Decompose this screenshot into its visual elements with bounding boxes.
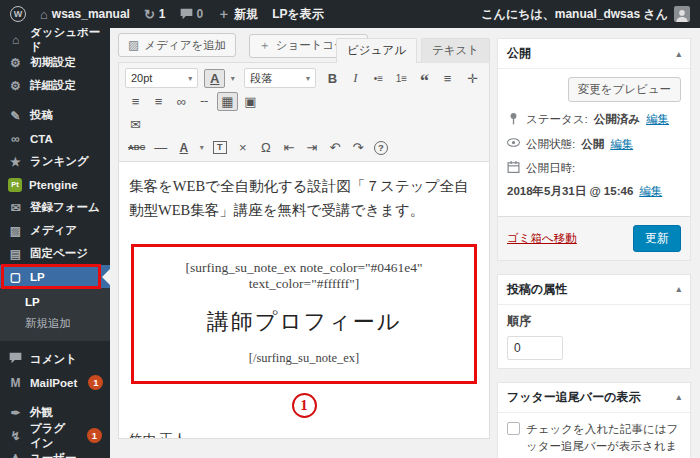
numbered-list-button[interactable]: 1≡ [391, 69, 412, 88]
attributes-panel-title: 投稿の属性 [507, 281, 567, 298]
collapse-toggle-icon[interactable]: ▴ [676, 392, 681, 402]
dashboard-icon: ⌂ [8, 33, 23, 47]
fullscreen-button[interactable]: ✛ [462, 69, 483, 88]
sidebar-item-users[interactable]: ♟ ユーザー [0, 447, 110, 458]
align-center-button[interactable]: ≡ [125, 92, 146, 111]
sidebar-item-label: プラグイン [30, 421, 76, 451]
email-shortcode-button[interactable]: ✉ [125, 115, 146, 134]
avatar[interactable] [674, 6, 690, 22]
footer-bar-checkbox[interactable] [507, 422, 520, 435]
tab-visual[interactable]: ビジュアル [336, 38, 417, 63]
submenu-item-add-new[interactable]: 新規追加 [0, 312, 110, 335]
bold-button[interactable]: B [322, 69, 343, 88]
edit-date-link[interactable]: 編集 [639, 183, 662, 200]
view-lp-link[interactable]: LPを表示 [272, 6, 324, 23]
paste-as-text-button[interactable]: T [209, 138, 230, 157]
link-button[interactable]: ∞ [171, 92, 192, 111]
copy-format-button[interactable]: ▣ [240, 92, 261, 111]
toolbar-toggle-button[interactable]: ▦ [217, 92, 238, 111]
collapse-toggle-icon[interactable]: ▴ [676, 49, 681, 59]
user-greeting[interactable]: こんにちは、manual_dwsas さん [481, 6, 668, 23]
intro-paragraph: 集客をWEBで全自動化する設計図「７ステップ全自動型WEB集客」講座を無料で受講… [129, 175, 479, 223]
bullet-list-button[interactable]: •≡ [368, 69, 389, 88]
attributes-panel-header[interactable]: 投稿の属性 ▴ [498, 275, 690, 305]
publish-panel-header[interactable]: 公開 ▴ [498, 39, 690, 69]
underline-caret-icon[interactable]: ▾ [196, 138, 207, 157]
sidebar-item-label: 固定ページ [30, 246, 88, 261]
horizontal-rule-button[interactable]: — [150, 138, 171, 157]
shortcode-annotation-box: [surfing_su_note_ex note_color="#0461e4"… [131, 244, 477, 384]
plus-icon: ＋ [217, 5, 230, 23]
status-label: ステータス: [526, 111, 588, 128]
format-select[interactable]: 段落 ▾ [244, 68, 316, 88]
toolbar-row-2: ≡ ≡ ∞ ╌ ▦ ▣ [125, 90, 483, 113]
sidebar-item-comments[interactable]: コメント [0, 348, 110, 371]
blockquote-button[interactable]: “ [414, 69, 435, 88]
sidebar-item-ptengine[interactable]: Pt Ptengine [0, 173, 110, 196]
strikethrough-button[interactable]: ABC [125, 138, 148, 157]
help-button[interactable]: ? [370, 138, 391, 157]
italic-button[interactable]: I [345, 69, 366, 88]
sidebar-item-plugins[interactable]: ↯ プラグイン 1 [0, 424, 110, 447]
sidebar-item-media[interactable]: ▨ メディア [0, 219, 110, 242]
sidebar-item-ranking[interactable]: ★ ランキング [0, 150, 110, 173]
underline-button[interactable]: A [173, 138, 194, 157]
collapse-toggle-icon[interactable]: ▴ [676, 284, 681, 294]
undo-button[interactable]: ↶ [324, 138, 345, 157]
more-tag-button[interactable]: ╌ [194, 92, 215, 111]
calendar-icon [507, 161, 520, 173]
mailpoet-icon: M [8, 376, 23, 390]
sidebar-item-initial-settings[interactable]: ⚙ 初期設定 [0, 51, 110, 74]
move-to-trash-link[interactable]: ゴミ箱へ移動 [507, 231, 577, 246]
update-button[interactable]: 更新 [633, 225, 681, 252]
sidebar-item-advanced-settings[interactable]: ⚙ 詳細設定 [0, 74, 110, 97]
site-name-menu[interactable]: ⌂ wsas_manual [40, 7, 130, 22]
tab-text[interactable]: テキスト [421, 38, 490, 63]
updates-menu[interactable]: ↻ 1 [144, 7, 166, 22]
sidebar-item-mailpoet[interactable]: M MailPoet 1 [0, 371, 110, 394]
special-character-button[interactable]: Ω [255, 138, 276, 157]
sidebar-item-posts[interactable]: ✎ 投稿 [0, 104, 110, 127]
editor-content-area[interactable]: 集客をWEBで全自動化する設計図「７ステップ全自動型WEB集客」講座を無料で受講… [118, 162, 490, 439]
sidebar-item-registration-form[interactable]: ✉ 登録フォーム [0, 196, 110, 219]
sidebar-item-label: 初期設定 [30, 55, 76, 70]
lp-page-icon: ▢ [8, 270, 23, 284]
admin-sidebar: ⌂ ダッシュボード ⚙ 初期設定 ⚙ 詳細設定 ✎ 投稿 ∞ CTA ★ ランキ… [0, 28, 110, 458]
clear-formatting-button[interactable]: × [232, 138, 253, 157]
current-menu-arrow [102, 269, 110, 285]
sidebar-item-pages[interactable]: ▤ 固定ページ [0, 242, 110, 265]
status-value: 公開済み [594, 111, 640, 128]
new-label: 新規 [234, 6, 258, 23]
redo-button[interactable]: ↷ [347, 138, 368, 157]
submenu-item-lp[interactable]: LP [0, 292, 110, 312]
edit-visibility-link[interactable]: 編集 [610, 136, 633, 153]
wordpress-logo-icon[interactable]: W [10, 6, 26, 22]
align-left-button[interactable]: ≡ [437, 69, 458, 88]
sidebar-item-cta[interactable]: ∞ CTA [0, 127, 110, 150]
gear-icon: ⚙ [8, 79, 23, 93]
indent-button[interactable]: ⇥ [301, 138, 322, 157]
preview-changes-button[interactable]: 変更をプレビュー [568, 77, 681, 102]
user-icon: ♟ [8, 452, 23, 458]
footer-bar-panel: フッター追尾バーの表示 ▴ チェックを入れた記事にはフッター追尾バーが表示されま… [497, 382, 691, 458]
edit-status-link[interactable]: 編集 [646, 111, 669, 128]
comments-menu[interactable]: 0 [180, 7, 204, 21]
shortcode-open-text: [surfing_su_note_ex note_color="#0461e4"… [138, 260, 470, 292]
new-content-menu[interactable]: ＋ 新規 [217, 5, 258, 23]
plugin-icon: ↯ [8, 429, 23, 443]
outdent-button[interactable]: ⇤ [278, 138, 299, 157]
award-icon: ★ [8, 155, 23, 169]
sidebar-item-dashboard[interactable]: ⌂ ダッシュボード [0, 28, 110, 51]
post-attributes-panel: 投稿の属性 ▴ 順序 [497, 274, 691, 369]
comment-icon [8, 352, 23, 367]
sidebar-item-lp[interactable]: ▢ LP [0, 265, 110, 288]
text-color-button[interactable]: A [204, 69, 225, 88]
align-right-button[interactable]: ≡ [148, 92, 169, 111]
add-media-button[interactable]: ▨ メディアを追加 [118, 33, 236, 57]
order-input[interactable] [507, 336, 563, 360]
font-size-select[interactable]: 20pt ▾ [125, 68, 198, 88]
pages-icon: ▤ [8, 247, 23, 261]
text-color-caret-icon[interactable]: ▾ [227, 69, 238, 88]
footer-bar-panel-header[interactable]: フッター追尾バーの表示 ▴ [498, 383, 690, 413]
pin-icon: ✎ [8, 109, 23, 123]
